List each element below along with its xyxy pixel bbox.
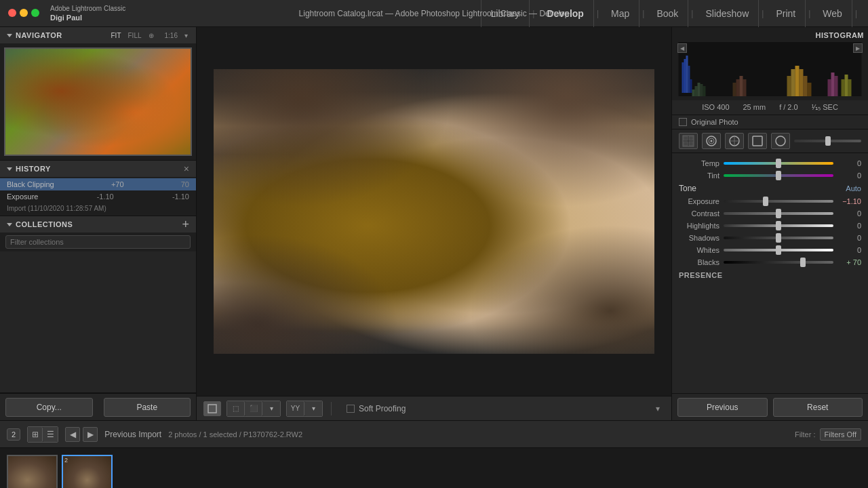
tint-value: 0 bbox=[837, 171, 861, 180]
blacks-label: Blacks bbox=[679, 258, 719, 266]
detail-tool[interactable] bbox=[748, 133, 767, 149]
filter-select[interactable]: Filters Off bbox=[820, 428, 861, 441]
grid-view-button[interactable]: ⊞ bbox=[28, 427, 43, 442]
temp-value: 0 bbox=[837, 159, 861, 167]
original-photo-checkbox[interactable] bbox=[679, 118, 687, 126]
main-photo-image bbox=[214, 69, 654, 354]
history-title: History bbox=[16, 165, 51, 173]
whites-slider[interactable] bbox=[724, 249, 833, 251]
presence-label: Presence bbox=[672, 268, 868, 281]
paste-button[interactable]: Paste bbox=[104, 398, 191, 417]
collections-header[interactable]: Collections + bbox=[0, 216, 196, 232]
nav-item-web[interactable]: Web bbox=[813, 0, 852, 27]
copy-button[interactable]: Copy... bbox=[5, 398, 93, 417]
contrast-slider[interactable] bbox=[724, 212, 833, 215]
nav-back-button[interactable]: ◀ bbox=[65, 427, 80, 442]
svg-rect-10 bbox=[701, 84, 703, 96]
yy-button[interactable]: YY bbox=[287, 401, 304, 416]
nav-item-slideshow[interactable]: Slideshow bbox=[696, 0, 759, 27]
histogram-shadow-clipping[interactable]: ◀ bbox=[677, 43, 687, 53]
minimize-button[interactable] bbox=[20, 9, 28, 17]
soft-proofing-checkbox[interactable] bbox=[347, 405, 355, 413]
svg-rect-14 bbox=[740, 76, 743, 96]
svg-rect-29 bbox=[684, 136, 688, 140]
exposure-slider[interactable] bbox=[724, 200, 833, 203]
window-title: Lightroom Catalog.lrcat — Adobe Photosho… bbox=[299, 9, 570, 18]
previous-button[interactable]: Previous bbox=[677, 398, 768, 417]
nav-item-book[interactable]: Book bbox=[647, 0, 688, 27]
nav-item-map[interactable]: Map bbox=[601, 0, 639, 27]
crop-button-1[interactable]: ⬚ bbox=[227, 401, 245, 416]
fill-button[interactable]: FILL bbox=[127, 31, 143, 40]
shutter-speed: ¹⁄₁₅ SEC bbox=[812, 103, 838, 112]
navigator-toggle-icon bbox=[7, 34, 12, 37]
history-item[interactable]: Import (11/10/2020 11:28:57 AM) bbox=[0, 203, 196, 214]
svg-rect-25 bbox=[842, 79, 845, 96]
svg-point-35 bbox=[711, 140, 713, 142]
blacks-slider[interactable] bbox=[724, 261, 833, 264]
collections-search-input[interactable] bbox=[5, 235, 191, 249]
svg-rect-18 bbox=[795, 66, 800, 96]
yy-dropdown[interactable]: ▾ bbox=[304, 401, 322, 416]
histogram-canvas: ◀ ▶ bbox=[676, 42, 864, 96]
color-grading-tool[interactable] bbox=[725, 133, 744, 149]
nav-item-print[interactable]: Print bbox=[766, 0, 806, 27]
expand-button[interactable]: ▾ bbox=[651, 402, 665, 415]
navigator-title: Navigator bbox=[16, 31, 62, 39]
hsl-tool[interactable] bbox=[702, 133, 721, 149]
highlights-slider[interactable] bbox=[724, 224, 833, 227]
highlights-row: Highlights 0 bbox=[672, 220, 868, 232]
history-list: Black Clipping +70 70 Exposure -1.10 -1.… bbox=[0, 177, 196, 216]
shadows-slider[interactable] bbox=[724, 237, 833, 239]
history-header[interactable]: History × bbox=[0, 161, 196, 177]
app-name: Adobe Lightroom Classic bbox=[50, 4, 125, 13]
history-item[interactable]: Exposure -1.10 -1.10 bbox=[0, 190, 196, 203]
filmstrip-source[interactable]: Previous Import bbox=[104, 430, 161, 439]
navigator-thumbnail bbox=[4, 47, 192, 156]
navigator-section: Navigator FIT FILL ⊕ 1:16 ▾ bbox=[0, 27, 196, 161]
whites-row: Whites 0 bbox=[672, 244, 868, 256]
collections-section: Collections + bbox=[0, 216, 196, 393]
thumbnail-1[interactable] bbox=[7, 455, 58, 489]
center-content: ⬚ ⬛ ▾ YY ▾ Soft Proofing ▾ bbox=[197, 27, 671, 420]
svg-rect-0 bbox=[208, 405, 216, 413]
shadows-row: Shadows 0 bbox=[672, 232, 868, 244]
svg-rect-32 bbox=[689, 142, 693, 146]
reset-button[interactable]: Reset bbox=[773, 398, 863, 417]
svg-rect-16 bbox=[787, 76, 791, 96]
crop-dropdown[interactable]: ▾ bbox=[262, 401, 280, 416]
temp-slider[interactable] bbox=[724, 162, 833, 165]
zoom-ratio[interactable]: 1:16 bbox=[163, 31, 179, 40]
exposure-quick-slider[interactable] bbox=[794, 140, 861, 142]
photo-viewer bbox=[197, 27, 671, 396]
svg-point-38 bbox=[776, 136, 785, 146]
user-name: Digi Paul bbox=[50, 13, 125, 22]
filmstrip-count: 2 bbox=[7, 428, 20, 441]
loupe-view-button[interactable] bbox=[203, 401, 221, 416]
add-collection-button[interactable]: + bbox=[182, 218, 189, 230]
tone-curve-tool[interactable] bbox=[679, 133, 698, 149]
tint-slider[interactable] bbox=[724, 174, 833, 177]
filmstrip-info: 2 photos / 1 selected / P1370762-2.RW2 bbox=[168, 430, 302, 439]
blacks-row: Blacks + 70 bbox=[672, 256, 868, 268]
loupe-view-button[interactable]: ☰ bbox=[43, 427, 58, 442]
history-item[interactable]: Black Clipping +70 70 bbox=[0, 178, 196, 190]
navigator-header[interactable]: Navigator FIT FILL ⊕ 1:16 ▾ bbox=[0, 27, 196, 43]
focal-length: 25 mm bbox=[743, 103, 766, 112]
svg-rect-27 bbox=[848, 79, 852, 96]
thumbnail-2[interactable]: 2 bbox=[62, 455, 113, 489]
nav-forward-button[interactable]: ▶ bbox=[83, 427, 98, 442]
soft-proofing-label[interactable]: Soft Proofing bbox=[359, 404, 406, 413]
close-button[interactable] bbox=[8, 9, 16, 17]
histogram-highlight-clipping[interactable]: ▶ bbox=[853, 43, 863, 53]
history-close-button[interactable]: × bbox=[184, 163, 189, 174]
fit-button[interactable]: FIT bbox=[110, 31, 123, 40]
svg-rect-3 bbox=[684, 59, 686, 93]
crop-button-2[interactable]: ⬛ bbox=[245, 401, 262, 416]
navigator-preview bbox=[0, 43, 196, 160]
left-panel: Navigator FIT FILL ⊕ 1:16 ▾ bbox=[0, 27, 197, 420]
navigator-image bbox=[4, 47, 192, 156]
auto-button[interactable]: Auto bbox=[846, 184, 861, 192]
fullscreen-button[interactable] bbox=[31, 9, 39, 17]
lens-tool[interactable] bbox=[771, 133, 790, 149]
